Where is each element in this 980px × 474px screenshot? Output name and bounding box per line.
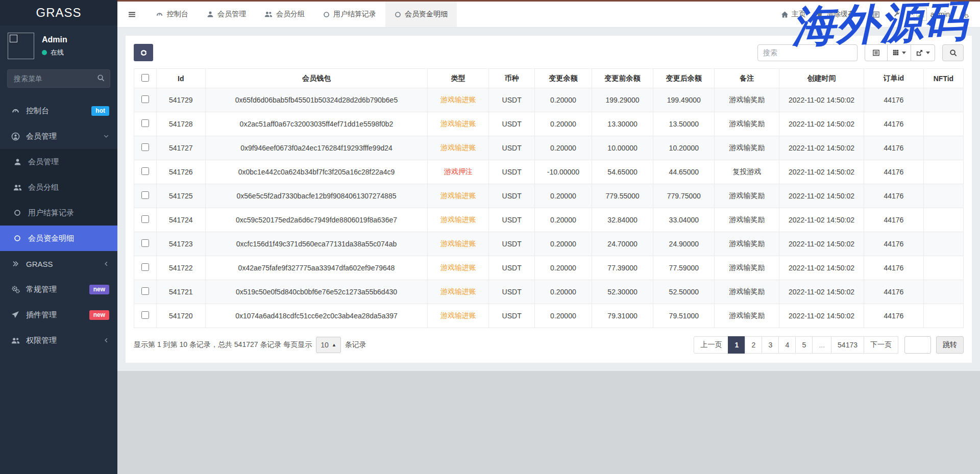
cell-remark: 游戏输奖励: [715, 112, 779, 136]
tab-dashboard[interactable]: 控制台: [146, 2, 198, 27]
table-footer: 显示第 1 到第 10 条记录，总共 541727 条记录 每页显示 10▲ 条…: [134, 336, 964, 354]
sidebar-item-grass[interactable]: GRASS: [0, 251, 117, 277]
sidebar-item-label: 插件管理: [26, 310, 57, 320]
prev-page-button[interactable]: 上一页: [694, 336, 728, 354]
settings-button[interactable]: [960, 10, 972, 19]
row-checkbox[interactable]: [141, 167, 149, 175]
next-page-button[interactable]: 下一页: [864, 336, 898, 354]
cell-id: 541724: [156, 208, 205, 232]
cell-created: 2022-11-02 14:50:02: [779, 256, 864, 280]
sidebar-item-label: 控制台: [26, 106, 49, 116]
sidebar-item-dashboard[interactable]: 控制台 hot: [0, 98, 117, 123]
brand-title: GRASS: [0, 0, 117, 26]
cell-before: 10.00000: [592, 136, 653, 160]
page-button-5[interactable]: 5: [795, 336, 813, 354]
refresh-button[interactable]: [134, 44, 153, 61]
content-wrapper: Id 会员钱包 类型 币种 变更余额 变更前余额 变更后余额 备注 创建时间 订…: [117, 28, 980, 371]
doc-icon: [872, 11, 880, 18]
export-icon: [916, 49, 923, 57]
row-checkbox[interactable]: [141, 311, 149, 319]
sidebar-submenu: 会员管理 会员分组 用户结算记录 会员资金明细: [0, 149, 117, 251]
sidebar-item-plugin-manage[interactable]: 插件管理 new: [0, 302, 117, 328]
row-check-cell: [134, 208, 157, 232]
sidebar-item-fund-detail[interactable]: 会员资金明细: [0, 226, 117, 251]
select-all-checkbox[interactable]: [141, 74, 149, 82]
row-checkbox[interactable]: [141, 263, 149, 271]
row-checkbox[interactable]: [141, 143, 149, 151]
page-button-3[interactable]: 3: [762, 336, 779, 354]
sidebar-toggle-button[interactable]: [117, 2, 146, 27]
cell-remark: 游戏输奖励: [715, 208, 779, 232]
cogs-icon: [10, 285, 20, 294]
online-dot-icon: [42, 50, 47, 55]
records-table: Id 会员钱包 类型 币种 变更余额 变更前余额 变更后余额 备注 创建时间 订…: [134, 68, 964, 328]
sidebar-item-general-manage[interactable]: 常规管理 new: [0, 277, 117, 302]
page-button-last[interactable]: 54173: [831, 336, 864, 354]
col-before: 变更前余额: [592, 69, 653, 88]
refresh-icon: [140, 49, 148, 57]
cell-id: 541723: [156, 232, 205, 256]
sidebar-item-member-manage[interactable]: 会员管理: [0, 149, 117, 174]
cell-id: 541728: [156, 112, 205, 136]
cell-coin: USDT: [489, 112, 534, 136]
topbar-right: 主页 清除缓存 admin: [771, 2, 980, 27]
user-icon: [12, 158, 22, 166]
users-icon: [10, 337, 20, 344]
doc-button[interactable]: [872, 11, 883, 18]
columns-button[interactable]: [887, 44, 911, 61]
table-toolbar: [134, 44, 964, 61]
user-menu[interactable]: admin: [914, 8, 950, 21]
table-row: 541724 0xc59c520175ed2a6d6c7949fde880601…: [134, 208, 964, 232]
search-icon: [949, 49, 957, 57]
home-link[interactable]: 主页: [781, 10, 806, 19]
row-checkbox[interactable]: [141, 239, 149, 247]
row-checkbox[interactable]: [141, 191, 149, 199]
toolbar-button-group: [865, 44, 935, 61]
export-button[interactable]: [911, 44, 935, 61]
cell-before: 779.55000: [592, 184, 653, 208]
gauge-icon: [156, 11, 163, 18]
menu-search-input[interactable]: [7, 69, 110, 88]
page-button-1[interactable]: 1: [728, 336, 745, 354]
cell-coin: USDT: [489, 136, 534, 160]
sidebar-item-member-group[interactable]: 会员管理: [0, 123, 117, 149]
clear-cache-button[interactable]: 清除缓存: [816, 10, 862, 19]
bars-icon: [128, 10, 136, 19]
sidebar-item-settlement-log[interactable]: 用户结算记录: [0, 200, 117, 226]
row-checkbox[interactable]: [141, 119, 149, 127]
jump-button[interactable]: 跳转: [936, 336, 964, 354]
cell-wallet: 0x9f946eef0673f0a24ec176284f19293fffe99d…: [205, 136, 428, 160]
cell-created: 2022-11-02 14:50:02: [779, 232, 864, 256]
new-badge: new: [89, 310, 109, 320]
cell-before: 77.39000: [592, 256, 653, 280]
row-checkbox[interactable]: [141, 215, 149, 223]
row-checkbox[interactable]: [141, 287, 149, 295]
jump-page-input[interactable]: [904, 336, 931, 354]
cell-before: 13.30000: [592, 112, 653, 136]
tab-settlement-log[interactable]: 用户结算记录: [314, 2, 385, 27]
page-button-2[interactable]: 2: [745, 336, 762, 354]
select-all-cell: [134, 69, 157, 88]
sidebar-item-member-grouping[interactable]: 会员分组: [0, 174, 117, 200]
new-badge: new: [89, 285, 109, 294]
tab-fund-detail[interactable]: 会员资金明细: [385, 2, 457, 27]
page-button-4[interactable]: 4: [778, 336, 796, 354]
sidebar-item-permission-manage[interactable]: 权限管理: [0, 328, 117, 353]
tab-member-manage[interactable]: 会员管理: [198, 2, 255, 27]
toggle-view-button[interactable]: [865, 44, 888, 61]
col-order: 订单id: [864, 69, 923, 88]
cell-nft: [923, 160, 963, 184]
cell-order: 44176: [864, 184, 923, 208]
pagination-info-suffix: 条记录: [345, 340, 366, 350]
cell-id: 541722: [156, 256, 205, 280]
page-size-select[interactable]: 10▲: [316, 337, 341, 353]
table-search-input[interactable]: [757, 44, 857, 61]
tab-member-group[interactable]: 会员分组: [255, 2, 314, 27]
advanced-search-button[interactable]: [942, 44, 964, 61]
cell-created: 2022-11-02 14:50:02: [779, 280, 864, 304]
row-check-cell: [134, 136, 157, 160]
row-checkbox[interactable]: [141, 95, 149, 103]
user-panel[interactable]: Admin 在线: [0, 26, 117, 64]
tool-button[interactable]: [893, 11, 903, 18]
cell-remark: 游戏输奖励: [715, 232, 779, 256]
